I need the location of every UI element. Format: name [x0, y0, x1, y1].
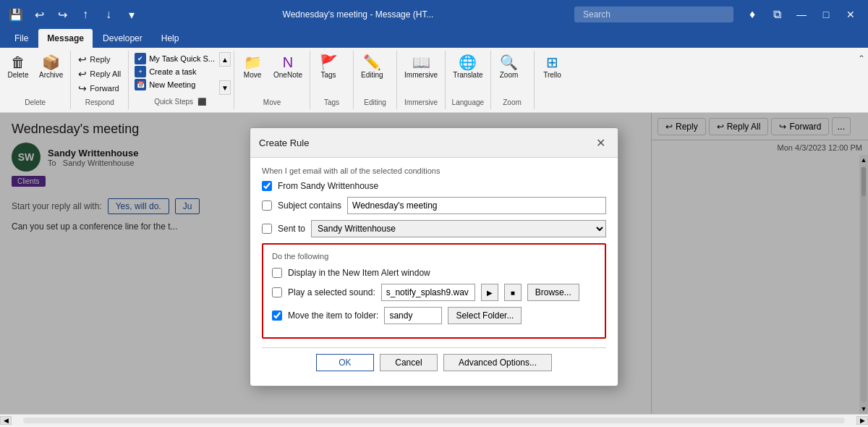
sentto-checkbox[interactable]	[262, 224, 272, 234]
minimize-button[interactable]: —	[790, 4, 813, 25]
move-icon: 📁	[244, 55, 262, 69]
zoom-button[interactable]: 🔍 Zoom	[494, 52, 524, 82]
reply-button[interactable]: ↩ Reply	[74, 52, 125, 67]
redo-icon[interactable]: ↪	[52, 4, 72, 25]
quick-step-new-meeting[interactable]: 📅 New Meeting	[132, 78, 218, 91]
sentto-label: Sent to	[278, 224, 305, 234]
tab-help[interactable]: Help	[153, 29, 188, 48]
delete-group-content: 🗑 Delete 📦 Archive	[3, 52, 67, 96]
move-button[interactable]: 📁 Move	[237, 52, 268, 82]
qs-scroll-down[interactable]: ▼	[219, 80, 231, 95]
display-alert-label: Display in the New Item Alert window	[288, 268, 430, 278]
maximize-button[interactable]: □	[814, 4, 838, 25]
up-icon[interactable]: ↑	[75, 4, 95, 25]
reply-icon: ↩	[78, 54, 87, 65]
folder-input[interactable]	[384, 307, 442, 324]
reply-all-icon: ↩	[78, 68, 87, 80]
close-button[interactable]: ✕	[839, 4, 862, 25]
main-content: Wednesday's meeting SW Sandy Writtenhous…	[0, 113, 868, 414]
zoom-icon: 🔍	[500, 55, 518, 69]
tags-icon: 🚩	[320, 55, 338, 69]
from-condition-row: From Sandy Writtenhouse	[262, 181, 606, 191]
editing-group-label: Editing	[357, 96, 393, 108]
trello-button[interactable]: ⊞ Trello	[537, 52, 568, 82]
language-group-label: Language	[448, 96, 487, 108]
scroll-track-bottom	[23, 418, 845, 423]
from-checkbox[interactable]	[262, 181, 272, 191]
tags-group-label: Tags	[313, 96, 350, 108]
bottom-scrollbar[interactable]: ◀ ▶	[0, 414, 868, 426]
tab-message[interactable]: Message	[38, 29, 93, 48]
immersive-content: 📖 Immersive	[400, 52, 442, 96]
stop-sound-button[interactable]: ■	[504, 284, 522, 301]
modal-overlay: Create Rule ✕ When I get email with all …	[0, 113, 868, 414]
window-controls: — □ ✕	[790, 4, 862, 25]
quicksteps-content: ✔ My Task Quick S... + Create a task 📅 N…	[132, 52, 231, 95]
immersive-button[interactable]: 📖 Immersive	[400, 52, 442, 82]
play-sound-checkbox[interactable]	[272, 287, 282, 297]
restore-icon[interactable]: ⧉	[767, 4, 787, 25]
archive-icon: 📦	[42, 55, 60, 69]
save-icon[interactable]: 💾	[6, 4, 26, 25]
tab-developer[interactable]: Developer	[94, 29, 151, 48]
move-folder-label: Move the item to folder:	[288, 310, 378, 321]
tags-button[interactable]: 🚩 Tags	[313, 52, 344, 82]
dropdown-icon[interactable]: ▾	[122, 4, 142, 25]
subject-checkbox[interactable]	[262, 200, 272, 211]
move-content: 📁 Move N OneNote	[237, 52, 307, 96]
forward-ribbon-button[interactable]: ↪ Forward	[74, 81, 125, 96]
modal-footer: OK Cancel Advanced Options...	[262, 347, 606, 377]
search-input[interactable]	[574, 7, 733, 22]
do-following-title: Do the following	[272, 252, 596, 261]
modal-body: When I get email with all of the selecte…	[250, 158, 618, 386]
browse-sound-button[interactable]: Browse...	[527, 284, 579, 301]
ribbon: 🗑 Delete 📦 Archive Delete ↩ Reply ↩ Repl…	[0, 48, 868, 113]
modal-close-button[interactable]: ✕	[592, 134, 609, 151]
immersive-icon: 📖	[412, 55, 430, 69]
addins-group-label	[537, 104, 575, 108]
modal-header: Create Rule ✕	[250, 128, 618, 158]
qs-scroll-up[interactable]: ▲	[219, 52, 231, 67]
ribbon-group-immersive: 📖 Immersive Immersive	[397, 51, 446, 109]
scroll-right-button[interactable]: ▶	[856, 416, 868, 425]
conditions-title: When I get email with all of the selecte…	[262, 166, 606, 175]
select-folder-button[interactable]: Select Folder...	[448, 307, 522, 324]
delete-group-label: Delete	[3, 96, 67, 108]
display-alert-checkbox[interactable]	[272, 268, 282, 278]
quicksteps-expand[interactable]: ⬛	[195, 97, 208, 106]
advanced-options-button[interactable]: Advanced Options...	[443, 354, 552, 371]
undo-icon[interactable]: ↩	[29, 4, 49, 25]
editing-button[interactable]: ✏️ Editing	[357, 52, 388, 82]
tab-file[interactable]: File	[6, 29, 37, 48]
move-folder-checkbox[interactable]	[272, 310, 282, 321]
title-bar-tools: 💾 ↩ ↪ ↑ ↓ ▾	[6, 4, 142, 25]
play-sound-button[interactable]: ▶	[481, 284, 498, 301]
ribbon-collapse[interactable]: ⌃	[855, 51, 868, 109]
play-sound-label: Play a selected sound:	[288, 287, 375, 297]
reply-all-ribbon-button[interactable]: ↩ Reply All	[74, 67, 125, 81]
sentto-select[interactable]: Sandy Writtenhouse	[311, 220, 606, 237]
translate-icon: 🌐	[459, 55, 477, 69]
tags-content: 🚩 Tags	[313, 52, 350, 96]
window-title: Wednesday's meeting - Message (HT...	[145, 9, 571, 20]
ok-button[interactable]: OK	[316, 354, 374, 371]
archive-button[interactable]: 📦 Archive	[35, 52, 67, 82]
delete-button[interactable]: 🗑 Delete	[3, 52, 33, 82]
scroll-left-button[interactable]: ◀	[0, 416, 12, 425]
respond-group-label: Respond	[74, 96, 125, 108]
quick-step-task[interactable]: ✔ My Task Quick S...	[132, 52, 218, 65]
onenote-button[interactable]: N OneNote	[269, 52, 307, 82]
subject-input[interactable]	[347, 197, 606, 214]
respond-group-content: ↩ Reply ↩ Reply All ↪ Forward	[74, 52, 125, 96]
cancel-button[interactable]: Cancel	[380, 354, 438, 371]
display-alert-row: Display in the New Item Alert window	[272, 268, 596, 278]
quick-step-create-task[interactable]: + Create a task	[132, 65, 218, 78]
diamond-icon[interactable]: ♦	[742, 4, 762, 25]
down-icon[interactable]: ↓	[98, 4, 119, 25]
ribbon-group-delete: 🗑 Delete 📦 Archive Delete	[0, 51, 71, 109]
move-group-label: Move	[237, 96, 307, 108]
translate-button[interactable]: 🌐 Translate	[448, 52, 487, 82]
ribbon-group-quicksteps: ✔ My Task Quick S... + Create a task 📅 N…	[129, 51, 234, 109]
sound-file-input[interactable]	[381, 284, 475, 301]
task-icon: ✔	[135, 53, 146, 64]
